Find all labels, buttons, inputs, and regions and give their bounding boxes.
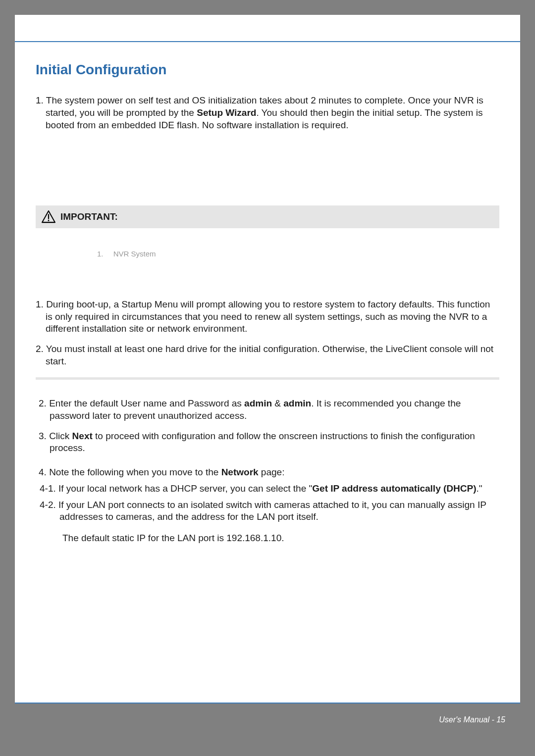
imp1-text: During boot-up, a Startup Menu will prom… [46, 299, 490, 334]
s4-text-b: page: [259, 467, 285, 477]
s41-text-a: If your local network has a DHCP server,… [58, 483, 312, 494]
footer-band: User's Manual - 15 [15, 703, 520, 741]
imp1-num: 1. [36, 299, 44, 309]
header-band: VIVOTEK [15, 15, 520, 42]
important-header-bar: IMPORTANT: [36, 205, 499, 228]
s42-num: 4-2. [40, 500, 56, 510]
document-page: VIVOTEK Initial Configuration 1. The sys… [15, 15, 520, 741]
s2-num: 2. [39, 398, 47, 408]
section-title: Initial Configuration [36, 61, 499, 79]
s4-text-a: Note the following when you move to the [49, 467, 221, 477]
s42b-text: The default static IP for the LAN port i… [62, 533, 284, 543]
important-item-1: 1. During boot-up, a Startup Menu will p… [36, 299, 499, 335]
content-area: Initial Configuration 1. The system powe… [15, 42, 520, 545]
nvr-system-line: 1. NVR System [97, 249, 499, 259]
spacer [36, 137, 499, 197]
s41-num: 4-1. [40, 483, 56, 494]
s3-num: 3. [39, 431, 47, 441]
step-4: 4. Note the following when you move to t… [36, 466, 499, 479]
divider [36, 377, 499, 380]
step-4-2-note: The default static IP for the LAN port i… [36, 532, 499, 545]
step-4-1: 4-1. If your local network has a DHCP se… [36, 483, 499, 495]
nvr-number: 1. [97, 250, 104, 258]
s2-bold-a: admin [244, 398, 272, 408]
step-3: 3. Click Next to proceed with configurat… [36, 430, 499, 454]
steps-block: 2. Enter the default User name and Passw… [36, 398, 499, 544]
step-4-2: 4-2. If your LAN port connects to an iso… [36, 499, 499, 523]
s3-text-a: Click [49, 431, 72, 441]
imp2-num: 2. [36, 344, 44, 354]
s3-bold-a: Next [72, 431, 93, 441]
svg-point-2 [48, 220, 50, 221]
s4-bold-a: Network [221, 467, 259, 477]
footer-text: User's Manual - 15 [439, 715, 505, 724]
s4-num: 4. [39, 467, 47, 477]
important-items: 1. During boot-up, a Startup Menu will p… [36, 299, 499, 367]
s3-text-b: to proceed with configuration and follow… [50, 431, 475, 454]
important-item-2: 2. You must install at least one hard dr… [36, 343, 499, 367]
brand-label: VIVOTEK [472, 28, 505, 36]
intro-number: 1. [36, 95, 44, 105]
s41-bold-a: Get IP address automatically (DHCP) [312, 483, 476, 494]
s41-text-b: ." [476, 483, 482, 494]
important-label: IMPORTANT: [60, 211, 118, 223]
intro-bold-a: Setup Wizard [197, 107, 256, 118]
step-2: 2. Enter the default User name and Passw… [36, 398, 499, 422]
imp2-text: You must install at least one hard drive… [46, 344, 493, 366]
s2-amp: & [272, 398, 283, 408]
intro-paragraph: 1. The system power on self test and OS … [36, 95, 499, 131]
s2-text-a: Enter the default User name and Password… [49, 398, 244, 408]
s42-text: If your LAN port connects to an isolated… [58, 500, 486, 522]
warning-icon [42, 210, 55, 223]
nvr-label: NVR System [113, 250, 156, 258]
s2-bold-b: admin [283, 398, 311, 408]
